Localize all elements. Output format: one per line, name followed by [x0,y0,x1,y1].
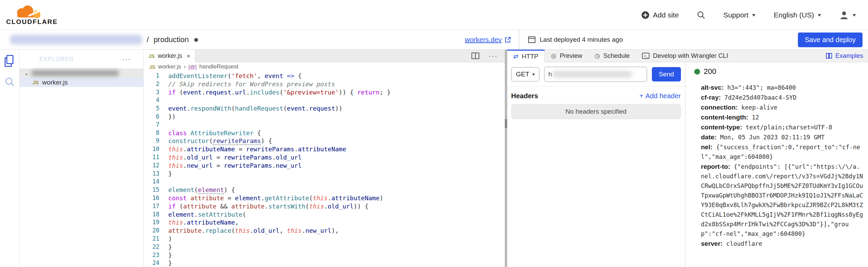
tab-develop-with-wrangler-cli[interactable]: >_Develop with Wrangler CLI [636,50,734,62]
tab-label: Schedule [603,52,630,60]
code-line[interactable]: 7 [144,121,505,129]
last-deployed-status: Last deployed 4 minutes ago [528,36,623,43]
code-line[interactable]: 11this.old_url = rewriteParams.old_url [144,153,505,162]
line-number: 21 [144,235,168,243]
cloudflare-logo-text: CLOUDFLARE [6,18,58,26]
tab-schedule[interactable]: ◷Schedule [588,50,636,62]
code-line[interactable]: 4 [144,96,505,104]
code-line[interactable]: 21) [144,235,505,243]
panel-splitter[interactable] [505,50,507,267]
topnav-actions: Add site Support ▼ English (US) ▼ ▼ [641,10,856,20]
javascript-file-icon: JS [148,53,155,59]
tab-preview[interactable]: ◎Preview [545,50,589,62]
code-line[interactable]: 19this.attributeName, [144,218,505,227]
worker-name-redacted[interactable] [10,35,142,44]
breadcrumb-symbol[interactable]: handleRequest [199,63,238,70]
code-line[interactable]: 15element(element) { [144,186,505,194]
workers-dev-link[interactable]: workers.dev [465,36,511,44]
code-text: // Skip redirects for WordPress preview … [168,80,335,88]
code-text: } [168,243,172,251]
split-editor-icon[interactable] [471,52,479,59]
code-line[interactable]: 14 [144,178,505,186]
request-pane: GET ▾ h Send Headers + Add header [507,62,685,267]
code-lines[interactable]: 1addEventListener('fetch', event => {2//… [144,71,505,267]
main-area: EXPLORER ··· ⌄ JS worker.js JS worker.js… [0,50,868,267]
examples-link[interactable]: Examples [826,50,863,62]
more-actions-icon[interactable]: ··· [122,55,131,63]
line-number: 5 [144,104,168,113]
http-arrows-icon: ⇄ [513,53,518,60]
code-text: } [168,170,172,178]
tree-root-folder[interactable]: ⌄ [19,68,143,78]
http-tester-panel: ⇄HTTP◎Preview◷Schedule>_Develop with Wra… [507,50,868,267]
add-header-label: Add header [645,92,681,100]
code-line[interactable]: 18element.setAttribute( [144,211,505,219]
code-text: element(element) { [168,186,235,194]
cloudflare-cloud-icon [6,4,47,20]
line-number: 16 [144,194,168,202]
add-site-button[interactable]: Add site [641,11,679,19]
line-number: 13 [144,170,168,178]
save-and-deploy-button[interactable]: Save and deploy [798,33,863,47]
environment-dot-icon [194,38,198,42]
code-line[interactable]: 8class AttributeRewriter { [144,129,505,137]
code-line[interactable]: 2// Skip redirects for WordPress preview… [144,80,505,88]
language-menu[interactable]: English (US) ▼ [774,11,821,19]
code-line[interactable]: 16const attribute = element.getAttribute… [144,194,505,202]
search-button[interactable] [697,11,706,20]
line-number: 10 [144,145,168,153]
code-line[interactable]: 5event.respondWith(handleRequest(event.r… [144,104,505,113]
tab-http[interactable]: ⇄HTTP [507,50,545,62]
explorer-files-icon[interactable] [4,54,15,67]
send-button[interactable]: Send [652,67,681,81]
code-line[interactable]: 9constructor(rewriteParams) { [144,137,505,145]
account-menu[interactable]: ▼ [839,10,856,20]
code-line[interactable]: 1addEventListener('fetch', event => { [144,72,505,80]
breadcrumb-file[interactable]: worker.js [158,63,181,70]
code-line[interactable]: 23} [144,251,505,259]
editor-tab-label: worker.js [158,52,182,60]
more-actions-icon[interactable]: ··· [489,52,498,60]
chevron-down-icon: ⌄ [24,70,29,76]
code-text: } [168,251,172,259]
breadcrumb: / production [10,35,198,44]
url-input[interactable]: h [544,67,647,82]
line-number: 11 [144,153,168,162]
response-header-value: text/plain;charset=UTF-8 [742,124,832,131]
code-line[interactable]: 13} [144,170,505,178]
support-menu[interactable]: Support ▼ [723,11,756,19]
close-icon[interactable]: × [186,52,190,60]
code-text: ) [168,235,172,243]
tab-label: HTTP [522,53,538,60]
add-header-button[interactable]: + Add header [639,92,681,100]
code-line[interactable]: 12this.new_url = rewriteParams.new_url [144,162,505,170]
response-header-row: date: Mon, 05 Jun 2023 02:11:19 GMT [701,132,864,142]
search-sidebar-icon[interactable] [4,76,15,87]
code-text: this.old_url = rewriteParams.old_url [168,153,302,162]
response-header-row: nel: {"success_fraction":0,"report_to":"… [701,142,864,162]
editor-tab-worker-js[interactable]: JS worker.js × [144,50,195,62]
response-header-name: content-length: [701,114,748,121]
code-text: }) [168,113,176,121]
environment-label: production [154,35,189,44]
code-line[interactable]: 3if (event.request.url.includes('&previe… [144,88,505,97]
tab-label: Develop with Wrangler CLI [653,52,728,60]
line-number: 12 [144,162,168,170]
splitter-handle-icon[interactable] [505,119,507,128]
response-headers-list: alt-svc: h3=":443"; ma=86400cf-ray: 7d24… [694,83,864,249]
line-number: 15 [144,186,168,194]
line-number: 22 [144,243,168,251]
code-line[interactable]: 24} [144,259,505,267]
support-label: Support [723,11,749,19]
response-header-row: report-to: {"endpoints": [{"url":"https:… [701,162,864,239]
method-select[interactable]: GET ▾ [511,67,539,81]
code-line[interactable]: 10this.attributeName = rewriteParams.att… [144,145,505,153]
code-line[interactable]: 20attribute.replace(this.old_url, this.n… [144,227,505,235]
http-panel-content: GET ▾ h Send Headers + Add header [507,62,868,267]
code-line[interactable]: 6}) [144,113,505,121]
response-header-value: {"endpoints": [{"url":"https:\/\/a.nel.c… [701,163,863,237]
code-line[interactable]: 22} [144,243,505,251]
code-line[interactable]: 17if (attribute && attribute.startsWith(… [144,202,505,211]
tree-item-worker-js[interactable]: JS worker.js [19,78,143,87]
cloudflare-logo[interactable]: CLOUDFLARE [6,4,58,26]
